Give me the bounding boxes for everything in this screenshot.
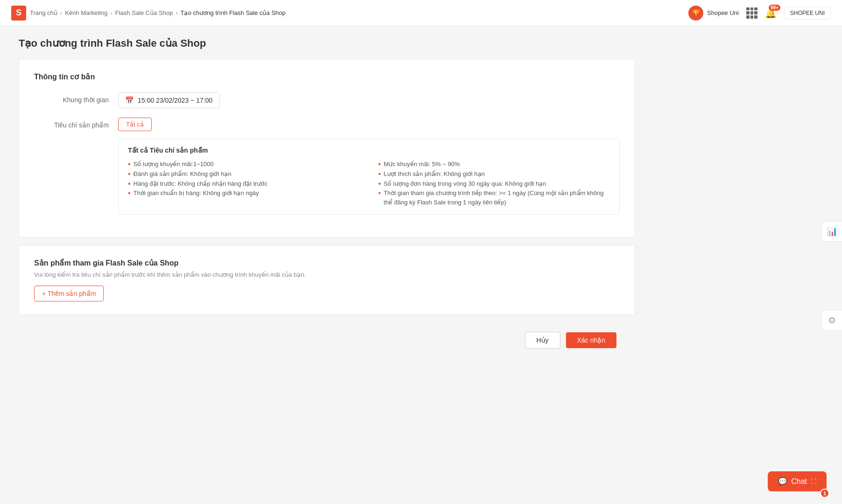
breadcrumb-sep-3: › <box>176 9 177 16</box>
user-menu-button[interactable]: SHOPEE UNI <box>784 7 831 20</box>
grid-dot <box>750 7 754 11</box>
time-control: 📅 15:00 23/02/2023 ~ 17:00 <box>118 92 620 108</box>
grid-apps-icon[interactable] <box>746 7 757 19</box>
main-content: Tạo chương trình Flash Sale của Shop Thô… <box>0 26 654 369</box>
shopee-uni-icon: 🏆 <box>688 6 703 21</box>
bullet-icon: • <box>378 189 381 198</box>
basic-info-title: Thông tin cơ bản <box>34 72 620 81</box>
time-value: 15:00 23/02/2023 ~ 17:00 <box>138 97 212 104</box>
criteria-col-left: • Số lượng khuyến mãi:1~1000 • Đánh giá … <box>128 160 360 207</box>
bullet-icon: • <box>128 160 131 169</box>
breadcrumb-item-marketing[interactable]: Kênh Marketing <box>65 9 107 16</box>
add-product-button[interactable]: + Thêm sản phẩm <box>34 286 104 301</box>
time-label: Khung thời gian <box>34 92 118 104</box>
grid-dot <box>746 15 750 19</box>
header-left: S Trang chủ › Kênh Marketing › Flash Sal… <box>11 6 286 21</box>
grid-dot <box>750 11 754 14</box>
notification-badge: 99+ <box>769 5 780 11</box>
analytics-widget[interactable]: 📊 <box>821 221 842 242</box>
time-row: Khung thời gian 📅 15:00 23/02/2023 ~ 17:… <box>34 92 620 108</box>
criteria-item-text: Đánh giá sản phẩm: Không giới hạn <box>134 169 232 179</box>
grid-dot <box>746 7 750 11</box>
chat-button[interactable]: 💬 Chat ⛶ <box>768 471 827 491</box>
criteria-item-text: Thời gian chuẩn bị hàng: Không giới hạn … <box>134 189 259 198</box>
criteria-item-text: Hàng đặt trước: Không chấp nhận hàng đặt… <box>134 179 268 189</box>
criteria-box: Tất cả Tiêu chí sản phẩm • Số lượng khuy… <box>118 139 620 215</box>
breadcrumb-sep-1: › <box>60 9 62 16</box>
criteria-item-7: • Thời gian chuẩn bị hàng: Không giới hạ… <box>128 189 360 198</box>
criteria-item-6: • Số lượng đơn hàng trong vòng 30 ngày q… <box>378 179 610 189</box>
criteria-label: Tiêu chí sản phẩm <box>34 118 118 129</box>
footer-actions: Hủy Xác nhận <box>19 322 635 358</box>
criteria-item-3: • Đánh giá sản phẩm: Không giới hạn <box>128 169 360 179</box>
shopee-uni-link[interactable]: 🏆 Shopee Uni <box>688 6 739 21</box>
criteria-item-1: • Số lượng khuyến mãi:1~1000 <box>128 160 360 169</box>
chat-label: Chat <box>791 477 807 486</box>
page-title: Tạo chương trình Flash Sale của Shop <box>19 37 635 49</box>
bullet-icon: • <box>128 189 131 198</box>
bullet-icon: • <box>128 169 131 179</box>
criteria-item-4: • Lượt thích sản phẩm: Không giới hạn <box>378 169 610 179</box>
support-icon: ⊙ <box>828 315 835 325</box>
confirm-button[interactable]: Xác nhận <box>566 332 616 348</box>
products-card: Sản phẩm tham gia Flash Sale của Shop Vu… <box>19 245 635 315</box>
grid-dot <box>754 15 757 19</box>
breadcrumb-item-home[interactable]: Trang chủ <box>30 9 57 16</box>
criteria-item-2: • Mức khuyến mãi: 5% ~ 90% <box>378 160 610 169</box>
criteria-item-5: • Hàng đặt trước: Không chấp nhận hàng đ… <box>128 179 360 189</box>
breadcrumb-item-create: Tạo chương trình Flash Sale của Shop <box>181 9 286 16</box>
breadcrumb: Trang chủ › Kênh Marketing › Flash Sale … <box>30 9 286 16</box>
header: S Trang chủ › Kênh Marketing › Flash Sal… <box>0 0 842 26</box>
criteria-row: Tiêu chí sản phẩm Tất cả Tất cả Tiêu chí… <box>34 118 620 215</box>
criteria-item-text: Lượt thích sản phẩm: Không giới hạn <box>384 169 485 179</box>
criteria-item-text: Thời gian tham gia chương trình tiếp the… <box>384 189 610 207</box>
notification-button[interactable]: 🔔 99+ <box>765 7 777 19</box>
header-right: 🏆 Shopee Uni 🔔 99+ SHOPEE UNI <box>688 6 831 21</box>
bullet-icon: • <box>128 179 131 189</box>
expand-icon: ⛶ <box>811 478 816 485</box>
breadcrumb-sep-2: › <box>110 9 112 16</box>
criteria-item-text: Số lượng khuyến mãi:1~1000 <box>134 160 214 169</box>
shopee-logo: S <box>11 6 26 21</box>
criteria-item-8: • Thời gian tham gia chương trình tiếp t… <box>378 189 610 207</box>
cancel-button[interactable]: Hủy <box>525 332 560 349</box>
breadcrumb-item-flashsale[interactable]: Flash Sale Của Shop <box>115 9 173 16</box>
bullet-icon: • <box>378 169 381 179</box>
bullet-icon: • <box>378 160 381 169</box>
bullet-icon: • <box>378 179 381 189</box>
chat-badge: 1 <box>820 489 829 498</box>
time-input[interactable]: 📅 15:00 23/02/2023 ~ 17:00 <box>118 92 219 108</box>
grid-dot <box>754 11 757 14</box>
chat-icon: 💬 <box>778 477 787 486</box>
basic-info-card: Thông tin cơ bản Khung thời gian 📅 15:00… <box>19 59 635 238</box>
criteria-control: Tất cả Tất cả Tiêu chí sản phẩm • Số lượ… <box>118 118 620 215</box>
products-subtitle: Vui lòng kiểm tra tiêu chí sản phẩm trướ… <box>34 271 620 278</box>
grid-dot <box>754 7 757 11</box>
criteria-all-button[interactable]: Tất cả <box>118 118 152 131</box>
shopee-uni-label: Shopee Uni <box>707 9 739 16</box>
criteria-box-title: Tất cả Tiêu chí sản phẩm <box>128 147 610 154</box>
criteria-col-right: • Mức khuyến mãi: 5% ~ 90% • Lượt thích … <box>378 160 610 207</box>
calendar-icon: 📅 <box>125 96 134 105</box>
support-widget[interactable]: ⊙ <box>821 310 842 330</box>
grid-dot <box>746 11 750 14</box>
products-title: Sản phẩm tham gia Flash Sale của Shop <box>34 259 620 267</box>
criteria-item-text: Mức khuyến mãi: 5% ~ 90% <box>384 160 460 169</box>
grid-dot <box>750 15 754 19</box>
analytics-icon: 📊 <box>827 226 837 237</box>
criteria-grid: • Số lượng khuyến mãi:1~1000 • Đánh giá … <box>128 160 610 207</box>
criteria-item-text: Số lượng đơn hàng trong vòng 30 ngày qua… <box>384 179 546 189</box>
